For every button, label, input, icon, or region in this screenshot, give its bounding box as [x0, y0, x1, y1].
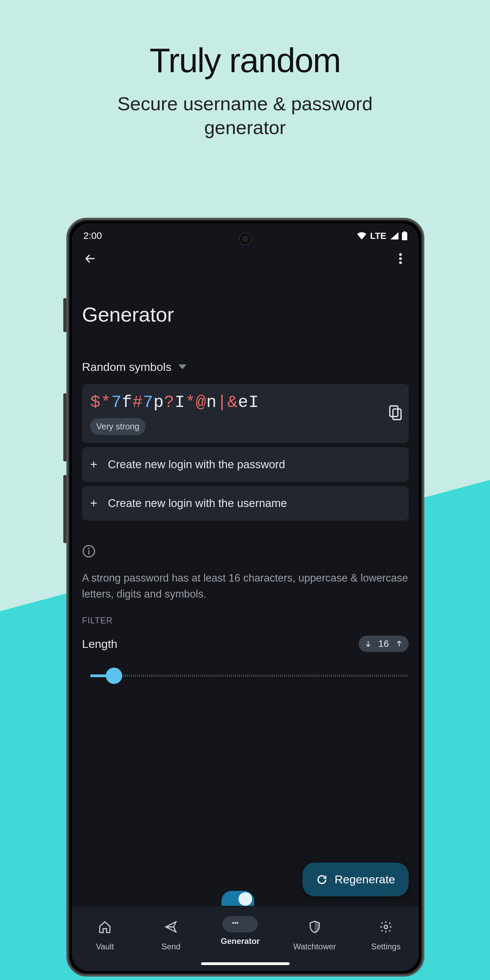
home-indicator[interactable]	[201, 962, 290, 965]
nav-label: Generator	[221, 937, 260, 946]
plus-icon: +	[90, 496, 99, 511]
filter-section-label: FILTER	[82, 616, 409, 625]
slider-thumb[interactable]	[106, 668, 122, 684]
gear-icon	[379, 920, 393, 934]
bottom-nav: Vault Send *** Generator Watchtower Sett…	[72, 907, 419, 971]
shield-icon	[308, 920, 321, 934]
svg-point-2	[399, 253, 402, 256]
back-button[interactable]	[82, 250, 98, 267]
copy-button[interactable]	[389, 405, 402, 422]
action-label: Create new login with the password	[108, 458, 285, 471]
nav-send[interactable]: Send	[154, 916, 187, 951]
nav-label: Settings	[371, 942, 401, 951]
chevron-down-icon	[178, 364, 186, 370]
mode-dropdown[interactable]: Random symbols	[82, 360, 409, 374]
promo-header: Truly random Secure username & password …	[0, 0, 490, 140]
home-icon	[98, 920, 111, 934]
create-login-username[interactable]: + Create new login with the username	[82, 486, 409, 520]
send-icon	[164, 920, 178, 934]
length-value: 16	[379, 638, 389, 649]
more-vert-icon	[399, 253, 402, 264]
camera-notch	[239, 233, 251, 245]
svg-rect-5	[393, 409, 401, 420]
phone-frame: 2:00 LTE Generator Random symbols	[66, 218, 424, 977]
nav-settings[interactable]: Settings	[369, 916, 402, 951]
arrow-down-icon[interactable]	[364, 640, 372, 648]
svg-point-11	[384, 925, 388, 929]
network-label: LTE	[370, 231, 386, 241]
promo-title: Truly random	[0, 41, 490, 80]
create-login-password[interactable]: + Create new login with the password	[82, 447, 409, 482]
signal-icon	[390, 232, 398, 240]
svg-text:***: ***	[232, 921, 239, 927]
toggle-switch[interactable]	[221, 891, 254, 906]
svg-point-4	[399, 261, 402, 264]
action-label: Create new login with the username	[108, 497, 287, 510]
content: Generator Random symbols $*7f#7p?I*@n|&e…	[72, 272, 419, 907]
status-time: 2:00	[83, 231, 102, 241]
app-bar	[72, 245, 419, 272]
nav-generator[interactable]: *** Generator	[221, 916, 260, 946]
info-text: A strong password has at least 16 charac…	[82, 570, 409, 602]
svg-rect-0	[402, 232, 407, 240]
nav-vault[interactable]: Vault	[89, 916, 121, 951]
arrow-left-icon	[84, 252, 97, 265]
nav-label: Vault	[96, 942, 114, 951]
svg-rect-6	[390, 406, 398, 417]
nav-label: Send	[161, 942, 180, 951]
promo-subtitle: Secure username & password generator	[0, 92, 490, 140]
asterisks-icon: ***	[232, 920, 248, 928]
regenerate-label: Regenerate	[334, 873, 395, 886]
more-button[interactable]	[392, 250, 409, 267]
length-label: Length	[82, 637, 118, 651]
length-row: Length 16	[82, 636, 409, 652]
arrow-up-icon[interactable]	[395, 640, 403, 648]
length-stepper[interactable]: 16	[359, 636, 409, 652]
svg-rect-1	[403, 231, 406, 233]
strength-badge: Very strong	[90, 418, 145, 435]
password-card: $*7f#7p?I*@n|&eI Very strong	[82, 384, 409, 443]
plus-icon: +	[90, 457, 99, 472]
page-title: Generator	[82, 303, 409, 326]
generated-password: $*7f#7p?I*@n|&eI	[90, 393, 401, 412]
svg-point-3	[399, 257, 402, 260]
mode-label: Random symbols	[82, 360, 172, 374]
nav-label: Watchtower	[293, 942, 336, 951]
status-right: LTE	[356, 231, 407, 241]
info-icon	[82, 544, 409, 559]
wifi-icon	[356, 232, 367, 240]
svg-rect-9	[88, 550, 89, 555]
regenerate-button[interactable]: Regenerate	[302, 862, 409, 896]
refresh-icon	[316, 874, 328, 885]
nav-watchtower[interactable]: Watchtower	[293, 916, 336, 951]
battery-icon	[402, 231, 407, 240]
length-slider[interactable]	[82, 669, 409, 682]
slider-track	[90, 675, 409, 677]
svg-point-8	[88, 548, 89, 549]
screen: 2:00 LTE Generator Random symbols	[72, 223, 419, 971]
copy-icon	[389, 405, 402, 420]
